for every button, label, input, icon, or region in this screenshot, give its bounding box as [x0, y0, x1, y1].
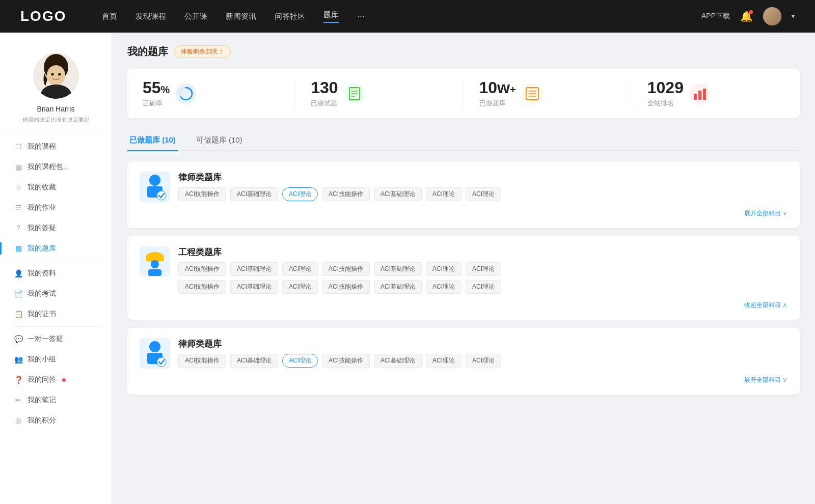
qbank-tags-2-row2: ACI技能操作 ACI基础理论 ACI理论 ACI技能操作 ACI基础理论 AC… [178, 280, 787, 294]
stats-row: 55% 正确率 130 已做试 [127, 69, 800, 118]
qbank-title-1: 律师类题库 [178, 172, 787, 183]
stat-done-questions: 130 已做试题 [295, 79, 464, 108]
sidebar-item-tutor[interactable]: 💬 一对一答疑 [0, 329, 112, 349]
sidebar-item-label: 我的问答 [28, 375, 56, 384]
expand-link-1[interactable]: 展开全部科目 ∨ [744, 209, 787, 218]
sidebar-item-label: 我的作业 [28, 203, 56, 212]
svg-rect-18 [703, 89, 706, 100]
tag-2-1-1[interactable]: ACI技能操作 [178, 262, 226, 276]
sidebar-item-certificates[interactable]: 📋 我的证书 [0, 304, 112, 324]
sidebar-item-my-qa[interactable]: ❓ 我的问答 [0, 370, 112, 390]
tag-3-5[interactable]: ACI基础理论 [374, 354, 422, 368]
tag-3-3[interactable]: ACI理论 [282, 354, 318, 368]
tab-available-banks[interactable]: 可做题库 (10) [194, 130, 244, 150]
sidebar-item-label: 我的考试 [28, 289, 56, 298]
avatar-image [763, 7, 781, 25]
page-title: 我的题库 [127, 45, 168, 59]
qbank-card-lawyer-2: 律师类题库 ACI技能操作 ACI基础理论 ACI理论 ACI技能操作 ACI基… [127, 328, 800, 395]
tag-2-1-2[interactable]: ACI基础理论 [230, 262, 278, 276]
nav-link-discover[interactable]: 发现课程 [135, 12, 166, 21]
sidebar-item-groups[interactable]: 👥 我的小组 [0, 349, 112, 370]
sidebar: Brian Harris 错误的决定比没有决定要好 ☐ 我的课程 ▦ 我的课程包… [0, 33, 112, 504]
lawyer-icon-svg [142, 173, 168, 201]
document-icon [347, 87, 362, 101]
sidebar-item-qa[interactable]: ？ 我的答疑 [0, 218, 112, 238]
stat-accuracy-label: 正确率 [143, 99, 170, 108]
sidebar-item-points[interactable]: ◎ 我的积分 [0, 410, 112, 431]
app-download-button[interactable]: APP下载 [701, 12, 730, 21]
stat-accuracy-text: 55% 正确率 [143, 79, 170, 108]
page-wrapper: Brian Harris 错误的决定比没有决定要好 ☐ 我的课程 ▦ 我的课程包… [0, 33, 815, 504]
tag-1-5[interactable]: ACI基础理论 [374, 187, 422, 201]
sidebar-item-exams[interactable]: 📄 我的考试 [0, 284, 112, 304]
tag-2-2-7[interactable]: ACI理论 [466, 280, 501, 294]
tag-2-2-5[interactable]: ACI基础理论 [374, 280, 422, 294]
tag-2-2-4[interactable]: ACI技能操作 [322, 280, 370, 294]
expand-link-3[interactable]: 展开全部科目 ∨ [744, 376, 787, 384]
stat-done-questions-text: 130 已做试题 [311, 79, 338, 108]
svg-point-24 [151, 260, 159, 268]
nav-link-opencourse[interactable]: 公开课 [184, 12, 207, 21]
avatar[interactable] [763, 7, 781, 25]
qbank-title-2: 工程类题库 [178, 246, 787, 258]
sidebar-item-notes[interactable]: ✏ 我的笔记 [0, 390, 112, 410]
tag-1-2[interactable]: ACI基础理论 [230, 187, 278, 201]
tag-1-4[interactable]: ACI技能操作 [322, 187, 370, 201]
tab-done-banks[interactable]: 已做题库 (10) [127, 130, 178, 150]
homework-icon: ☰ [14, 204, 22, 212]
sidebar-item-homework[interactable]: ☰ 我的作业 [0, 198, 112, 218]
qbank-title-3: 律师类题库 [178, 338, 787, 350]
tag-2-2-3[interactable]: ACI理论 [282, 280, 318, 294]
tag-1-7[interactable]: ACI理论 [466, 187, 501, 201]
sidebar-item-qbank[interactable]: ▤ 我的题库 [0, 238, 112, 259]
collapse-link-2[interactable]: 收起全部科目 ∧ [744, 301, 787, 310]
tag-1-3[interactable]: ACI理论 [282, 187, 318, 201]
nav-link-qbank[interactable]: 题库 [323, 10, 339, 23]
sidebar-item-favorites[interactable]: ☆ 我的收藏 [0, 177, 112, 198]
svg-point-19 [149, 175, 160, 186]
nav-dropdown-arrow-icon[interactable]: ▾ [792, 13, 795, 20]
stat-done-banks-text: 10w+ 已做题库 [479, 79, 516, 108]
tag-3-1[interactable]: ACI技能操作 [178, 354, 226, 368]
qbank-icon-engineer [140, 246, 170, 277]
tag-2-1-4[interactable]: ACI技能操作 [322, 262, 370, 276]
tag-3-6[interactable]: ACI理论 [426, 354, 461, 368]
tag-1-6[interactable]: ACI理论 [426, 187, 461, 201]
tag-2-1-7[interactable]: ACI理论 [466, 262, 501, 276]
tag-2-1-6[interactable]: ACI理论 [426, 262, 461, 276]
tag-2-2-1[interactable]: ACI技能操作 [178, 280, 226, 294]
qa-notification-dot [62, 378, 66, 382]
qbank-icon-lawyer-2 [140, 338, 170, 369]
tag-2-1-5[interactable]: ACI基础理论 [374, 262, 422, 276]
stat-ranking-text: 1029 全站排名 [647, 79, 684, 108]
lawyer2-icon-svg [142, 340, 168, 368]
tag-2-1-3[interactable]: ACI理论 [282, 262, 318, 276]
qbank-tags-3: ACI技能操作 ACI基础理论 ACI理论 ACI技能操作 ACI基础理论 AC… [178, 354, 787, 368]
tag-3-2[interactable]: ACI基础理论 [230, 354, 278, 368]
tag-2-2-6[interactable]: ACI理论 [426, 280, 461, 294]
tag-3-7[interactable]: ACI理论 [466, 354, 501, 368]
sidebar-item-label: 我的证书 [28, 310, 56, 319]
sidebar-item-materials[interactable]: 👤 我的资料 [0, 263, 112, 284]
tag-2-2-2[interactable]: ACI基础理论 [230, 280, 278, 294]
stat-done-questions-value: 130 [311, 79, 338, 97]
accuracy-icon [176, 83, 196, 104]
stat-done-banks-label: 已做题库 [479, 99, 516, 108]
tag-3-4[interactable]: ACI技能操作 [322, 354, 370, 368]
nav-more-button[interactable]: ··· [357, 11, 365, 22]
tutor-icon: 💬 [14, 335, 22, 343]
stat-ranking-value: 1029 [647, 79, 684, 97]
qbank-tags-1: ACI技能操作 ACI基础理论 ACI理论 ACI技能操作 ACI基础理论 AC… [178, 187, 787, 201]
bell-button[interactable]: 🔔 [740, 10, 753, 22]
svg-rect-25 [148, 269, 161, 276]
sidebar-item-label: 我的答疑 [28, 223, 56, 233]
sidebar-item-label: 我的题库 [28, 244, 56, 253]
sidebar-item-my-courses[interactable]: ☐ 我的课程 [0, 136, 112, 157]
nav-link-home[interactable]: 首页 [102, 12, 117, 21]
sidebar-item-course-package[interactable]: ▦ 我的课程包... [0, 157, 112, 177]
nav-link-news[interactable]: 新闻资讯 [226, 12, 256, 21]
tag-1-1[interactable]: ACI技能操作 [178, 187, 226, 201]
list-icon [525, 87, 539, 101]
menu-divider-1 [10, 261, 101, 261]
nav-link-qa[interactable]: 问答社区 [275, 12, 305, 21]
